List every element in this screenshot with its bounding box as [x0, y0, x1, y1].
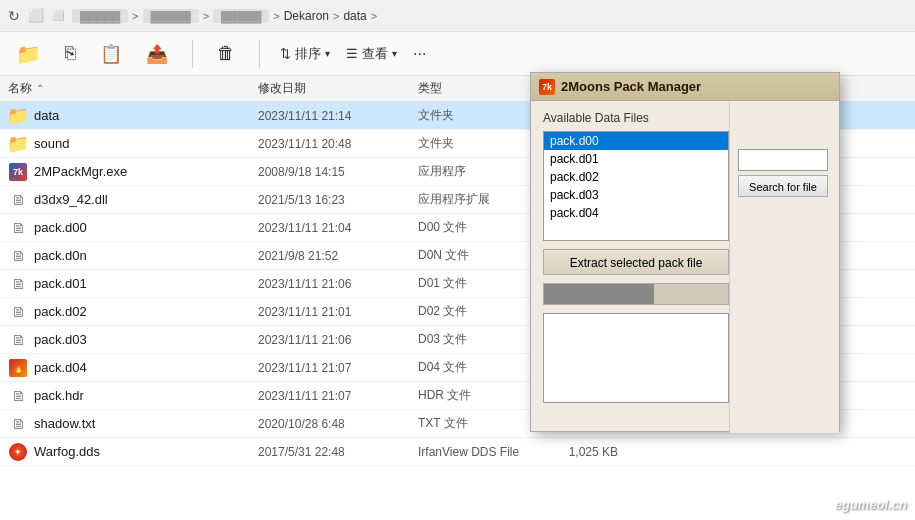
file-date: 2023/11/11 21:04 [258, 221, 418, 235]
toolbar-separator-2 [259, 40, 260, 68]
new-folder-button[interactable]: 📁 [12, 38, 45, 70]
file-icon: 🗎 [8, 274, 28, 294]
path-pill-2[interactable]: ▓▓▓▓▓ [143, 9, 199, 23]
txt-icon: 🗎 [8, 414, 28, 434]
more-button[interactable]: ··· [413, 45, 426, 63]
copy-button[interactable]: ⎘ [61, 39, 80, 68]
extract-button[interactable]: Extract selected pack file [543, 249, 729, 275]
search-input[interactable] [738, 149, 828, 171]
refresh-button[interactable]: ↻ [8, 8, 20, 24]
file-type: D04 文件 [418, 359, 538, 376]
list-item[interactable]: pack.d02 [544, 168, 728, 186]
file-name: pack.d02 [34, 304, 258, 319]
copy-icon: ⎘ [65, 43, 76, 64]
file-name: 2MPackMgr.exe [34, 164, 258, 179]
file-name: pack.d03 [34, 332, 258, 347]
progress-bar-container [543, 283, 729, 305]
dialog-title-bar: 7k 2Moons Pack Manager [531, 73, 839, 101]
title-bar: ↻ ⬜ ⬜ ▓▓▓▓▓ > ▓▓▓▓▓ > ▓▓▓▓▓ > Dekaron > … [0, 0, 915, 32]
file-name: shadow.txt [34, 416, 258, 431]
file-type: 文件夹 [418, 135, 538, 152]
sort-label: 排序 [295, 45, 321, 63]
address-bar[interactable]: ▓▓▓▓▓ > ▓▓▓▓▓ > ▓▓▓▓▓ > Dekaron > data > [72, 9, 907, 23]
path-sep-2: > [203, 10, 209, 22]
file-date: 2023/11/11 21:01 [258, 305, 418, 319]
file-date: 2023/11/11 21:07 [258, 361, 418, 375]
path-data: data [343, 9, 366, 23]
file-type: IrfanView DDS File [418, 445, 538, 459]
path-sep-1: > [132, 10, 138, 22]
list-item[interactable]: pack.d00 [544, 132, 728, 150]
list-item[interactable]: pack.d01 [544, 150, 728, 168]
file-name: data [34, 108, 258, 123]
pack-special-icon: 🔥 [8, 358, 28, 378]
dialog-file-list [543, 313, 729, 403]
file-type: D01 文件 [418, 275, 538, 292]
folder-icon: 📁 [8, 134, 28, 154]
paste-button[interactable]: 📋 [96, 39, 126, 69]
sort-button[interactable]: ⇅ 排序 ▾ [280, 45, 330, 63]
col-name-header[interactable]: 名称 ⌃ [8, 80, 258, 97]
file-date: 2021/5/13 16:23 [258, 193, 418, 207]
watermark: egumeol.cn [835, 497, 907, 512]
col-date-header: 修改日期 [258, 80, 418, 97]
file-date: 2023/11/11 20:48 [258, 137, 418, 151]
more-icon: ··· [413, 45, 426, 62]
path-arrow-2: > [371, 10, 377, 22]
view-chevron-icon: ▾ [392, 48, 397, 59]
exe-icon: 7k [8, 162, 28, 182]
file-type: D02 文件 [418, 303, 538, 320]
paste-icon: 📋 [100, 43, 122, 65]
list-item[interactable]: pack.d04 [544, 204, 728, 222]
window-icon: ⬜ [28, 8, 44, 23]
file-type: D03 文件 [418, 331, 538, 348]
file-type: 应用程序 [418, 163, 538, 180]
file-name: pack.d00 [34, 220, 258, 235]
sort-icon: ⇅ [280, 46, 291, 61]
path-pill-1[interactable]: ▓▓▓▓▓ [72, 9, 128, 23]
file-icon: 🗎 [8, 218, 28, 238]
file-name: sound [34, 136, 258, 151]
file-date: 2021/9/8 21:52 [258, 249, 418, 263]
path-pill-3[interactable]: ▓▓▓▓▓ [213, 9, 269, 23]
file-date: 2023/11/11 21:07 [258, 389, 418, 403]
new-folder-icon: 📁 [16, 42, 41, 66]
file-name: pack.d01 [34, 276, 258, 291]
dialog-title: 2Moons Pack Manager [561, 79, 701, 94]
window-icon2: ⬜ [52, 10, 64, 21]
dialog-listbox[interactable]: pack.d00 pack.d01 pack.d02 pack.d03 pack… [543, 131, 729, 241]
file-icon: 🗎 [8, 330, 28, 350]
list-item[interactable]: pack.d03 [544, 186, 728, 204]
file-type: HDR 文件 [418, 387, 538, 404]
file-name: pack.hdr [34, 388, 258, 403]
file-type: 文件夹 [418, 107, 538, 124]
file-name: Warfog.dds [34, 444, 258, 459]
dll-icon: 🗎 [8, 190, 28, 210]
share-button[interactable]: 📤 [142, 39, 172, 69]
table-row[interactable]: ✦ Warfog.dds 2017/5/31 22:48 IrfanView D… [0, 438, 915, 466]
dialog-right-panel: Search for file [729, 101, 839, 433]
view-button[interactable]: ☰ 查看 ▾ [346, 45, 397, 63]
sort-chevron-icon: ▾ [325, 48, 330, 59]
sort-arrow-icon: ⌃ [36, 83, 44, 94]
file-name: d3dx9_42.dll [34, 192, 258, 207]
file-date: 2023/11/11 21:06 [258, 277, 418, 291]
delete-icon: 🗑 [217, 43, 235, 64]
dialog-app-icon: 7k [539, 79, 555, 95]
view-label: 查看 [362, 45, 388, 63]
path-arrow-1: > [333, 10, 339, 22]
file-date: 2008/9/18 14:15 [258, 165, 418, 179]
file-type: 应用程序扩展 [418, 191, 538, 208]
toolbar-separator-1 [192, 40, 193, 68]
progress-bar-fill [544, 284, 654, 304]
toolbar: 📁 ⎘ 📋 📤 🗑 ⇅ 排序 ▾ ☰ 查看 ▾ ··· [0, 32, 915, 76]
share-icon: 📤 [146, 43, 168, 65]
file-icon: 🗎 [8, 302, 28, 322]
file-date: 2023/11/11 21:06 [258, 333, 418, 347]
file-name: pack.d04 [34, 360, 258, 375]
delete-button[interactable]: 🗑 [213, 39, 239, 68]
search-for-file-button[interactable]: Search for file [738, 175, 828, 197]
path-dekaron: Dekaron [284, 9, 329, 23]
file-icon: 🗎 [8, 246, 28, 266]
col-type-header: 类型 [418, 80, 538, 97]
